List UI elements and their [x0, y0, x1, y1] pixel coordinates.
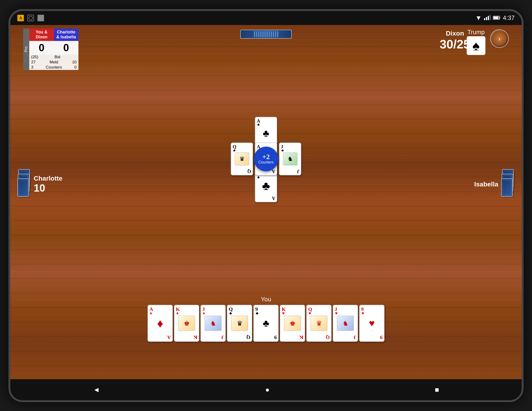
back-button[interactable]: ◄ — [86, 384, 107, 396]
hc5-suit: ♣ — [256, 311, 258, 316]
trick-card-left[interactable]: Q ♣ ♛ Q — [231, 142, 253, 175]
trump-label: Trump — [467, 28, 485, 36]
left-card-suit: ♣ — [233, 148, 236, 152]
isabella-name: Isabella — [474, 181, 498, 188]
charlotte-name: Charlotte — [34, 175, 63, 182]
hc5-center: ♣ — [263, 318, 269, 329]
team2-score: 0 — [54, 41, 78, 55]
middle-trick-row: Q ♣ ♛ Q A ♣ A ♣ +2 — [231, 142, 301, 175]
dixon-name: Dixon — [440, 30, 470, 37]
hc1-suit: ♦ — [150, 311, 152, 316]
hand-card-4[interactable]: Q ♣ ♛ Q — [227, 305, 252, 342]
counter-value: +2 — [262, 153, 270, 160]
team1-score: 0 — [29, 41, 54, 55]
center-trick-card-container: A ♣ A ♣ +2 Counters — [255, 142, 277, 175]
dixon-score: 30/25 — [440, 37, 470, 51]
trump-button[interactable]: › — [490, 29, 509, 48]
svg-rect-8 — [493, 17, 499, 19]
svg-rect-4 — [488, 16, 489, 20]
battery-icon — [493, 14, 500, 22]
lock-icon — [38, 15, 44, 21]
right-card-face: ♞ — [283, 153, 297, 165]
hc6-suit: ♥ — [282, 311, 285, 316]
svg-rect-1 — [39, 18, 42, 20]
hand-card-9[interactable]: 9 ♥ ♥ 9 — [359, 305, 384, 342]
hc9-center: ♥ — [369, 318, 375, 329]
meld-label: Meld — [50, 60, 58, 64]
home-button[interactable]: ● — [258, 384, 276, 396]
hand-card-6[interactable]: K ♥ ♚ K — [280, 305, 305, 342]
hc3-face: ♞ — [205, 316, 221, 331]
hc6-face: ♚ — [284, 316, 301, 331]
hc6-rank-bottom: K — [299, 334, 303, 340]
hc4-rank-bottom: Q — [246, 334, 250, 340]
bid-label: Bid — [55, 55, 60, 59]
hand-card-7[interactable]: Q ♥ ♛ Q — [306, 305, 332, 342]
hc9-rank-bottom: 9 — [380, 334, 383, 340]
hand-card-1[interactable]: A ♦ ♦ A — [148, 305, 173, 342]
charlotte-card-back-1 — [17, 178, 29, 197]
meld-row: 27 Meld 10 — [29, 60, 78, 65]
score-panel: Pro You &Dixon Charlotte& Isabella 0 0 (… — [23, 28, 78, 70]
top-card-center: ♣ — [263, 128, 269, 139]
trump-suit-icon: ♠ — [473, 38, 480, 53]
svg-point-0 — [29, 16, 33, 20]
you-area: You A ♦ ♦ A K ♦ ♚ K J — [148, 296, 384, 342]
game-area: Pro You &Dixon Charlotte& Isabella 0 0 (… — [10, 25, 522, 379]
meld-right: 10 — [72, 60, 76, 64]
hc4-face: ♛ — [231, 316, 248, 331]
bid-row: (25) Bid — [29, 55, 78, 60]
team2-header: Charlotte& Isabella — [54, 28, 78, 41]
right-card-rank-bottom: J — [297, 168, 299, 174]
hc8-suit: ♥ — [335, 311, 338, 316]
bottom-card-suit-top: ♣ — [257, 175, 260, 179]
hc4-suit: ♣ — [229, 311, 232, 316]
hc3-rank-bottom: J — [221, 334, 224, 340]
app-icon: A — [17, 15, 24, 21]
hc2-rank-bottom: K — [193, 334, 197, 340]
dixon-info: Dixon 30/25 — [440, 30, 470, 51]
right-card-suit: ♣ — [281, 148, 284, 152]
hc1-center: ♦ — [157, 316, 163, 330]
hc7-rank-bottom: Q — [326, 334, 330, 340]
trump-suit-display: ♠ — [467, 36, 485, 55]
hc8-face: ♞ — [337, 316, 354, 331]
bid-left: (25) — [31, 55, 38, 59]
recent-button[interactable]: ■ — [428, 384, 446, 396]
isabella-card-back-1 — [501, 178, 513, 197]
charlotte-info: Charlotte 10 — [34, 175, 63, 194]
trick-card-right[interactable]: J ♣ ♞ J — [279, 142, 301, 175]
hc5-rank-bottom: 9 — [274, 334, 277, 340]
trump-info: Trump ♠ — [467, 28, 485, 55]
hand-card-3[interactable]: J ♦ ♞ J — [200, 305, 226, 342]
trump-arrow-icon: › — [498, 34, 501, 43]
hc7-face: ♛ — [311, 316, 327, 331]
isabella-card-stack — [501, 169, 515, 200]
team1-header: You &Dixon — [29, 28, 54, 41]
hand-card-5[interactable]: 9 ♣ ♣ 9 — [253, 305, 279, 342]
nav-bar: ◄ ● ■ — [10, 379, 522, 400]
counter-badge: +2 Counters — [254, 147, 278, 171]
status-icons-right: ▼ 4:37 — [475, 14, 515, 22]
left-card-rank-bottom: Q — [247, 168, 251, 174]
hand-card-2[interactable]: K ♦ ♚ K — [174, 305, 199, 342]
counters-label: Counters — [46, 65, 62, 70]
svg-rect-2 — [484, 18, 485, 20]
counter-label: Counters — [258, 160, 274, 164]
circle-icon — [27, 15, 34, 21]
hand-card-8[interactable]: J ♥ ♞ J — [333, 305, 358, 342]
isabella-area: Isabella — [474, 169, 515, 200]
deck-indicator — [240, 30, 292, 39]
charlotte-area: Charlotte 10 — [17, 169, 63, 200]
main-scores: 0 0 — [29, 41, 78, 55]
hand-cards: A ♦ ♦ A K ♦ ♚ K J ♦ ♞ J — [148, 305, 384, 342]
hc9-suit: ♥ — [361, 311, 364, 316]
left-card-face: ♛ — [235, 153, 249, 165]
meld-left: 27 — [31, 60, 36, 64]
counters-row: 3 Counters 0 — [29, 65, 78, 70]
trick-area: A ♣ ♣ A Q ♣ ♛ Q A — [231, 117, 301, 202]
isabella-info: Isabella — [474, 181, 498, 188]
score-table: You &Dixon Charlotte& Isabella 0 0 (25) … — [29, 28, 78, 70]
charlotte-score: 10 — [34, 182, 63, 194]
bottom-card-rank-bottom: A — [272, 195, 275, 201]
